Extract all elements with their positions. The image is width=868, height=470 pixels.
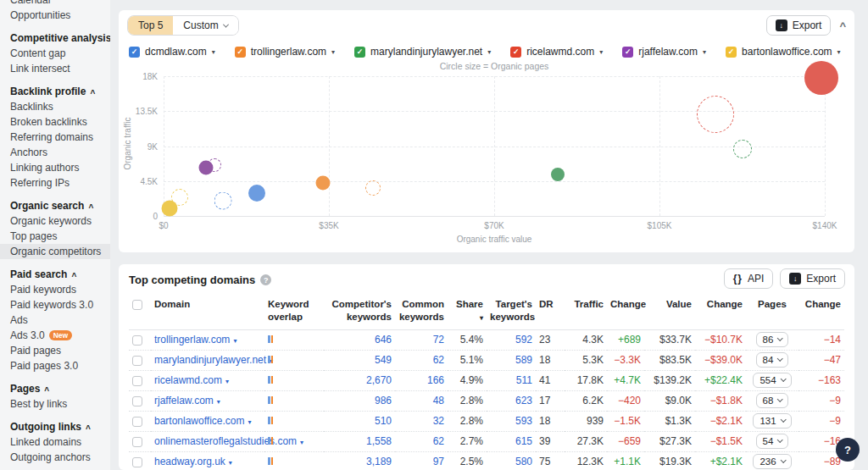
pages-dropdown[interactable]: 68 [756, 393, 789, 408]
top5-toggle-button[interactable]: Top 5 [128, 16, 173, 35]
domain-filter-bartonlawoffice-com[interactable]: ✓bartonlawoffice.com▾ [726, 46, 841, 58]
domain-link[interactable]: bartonlawoffice.com [154, 415, 245, 427]
bubble-trollingerlaw-com-solid[interactable] [315, 175, 330, 190]
pages-dropdown[interactable]: 554 [753, 373, 791, 388]
targets_keywords-link[interactable]: 589 [515, 354, 532, 366]
common_keywords-link[interactable]: 166 [427, 374, 444, 386]
competitors_keywords-link[interactable]: 510 [375, 415, 392, 427]
sidebar-item-content-gap[interactable]: Content gap [0, 46, 110, 61]
sidebar-section-pages[interactable]: Pages^ [0, 381, 110, 396]
competitors_keywords-link[interactable]: 986 [375, 395, 392, 406]
common_keywords-link[interactable]: 48 [433, 395, 444, 406]
select-all-checkbox[interactable] [132, 300, 142, 310]
competitors_keywords-link[interactable]: 549 [375, 354, 392, 366]
sidebar-section-backlink-profile[interactable]: Backlink profile^ [0, 84, 110, 99]
sidebar-section-competitive-analysis[interactable]: Competitive analysis^ [0, 30, 110, 46]
checkbox-checked-icon[interactable]: ✓ [129, 47, 140, 58]
column-header-change[interactable]: Change [695, 293, 746, 329]
sidebar-item-organic-competitors[interactable]: Organic competitors [0, 244, 110, 259]
sidebar-item-outgoing-anchors[interactable]: Outgoing anchors [0, 450, 110, 465]
bubble-trollingerlaw-com-dashed[interactable] [365, 180, 381, 196]
column-header-value[interactable]: Value [644, 293, 695, 329]
column-header-keyword-overlap[interactable]: Keyword overlap [264, 293, 324, 329]
targets_keywords-link[interactable]: 615 [515, 435, 532, 447]
competitors_keywords-link[interactable]: 1,558 [366, 435, 392, 447]
competitors_keywords-link[interactable]: 646 [375, 334, 392, 346]
row-checkbox[interactable] [132, 356, 142, 366]
row-checkbox[interactable] [132, 335, 142, 346]
row-checkbox[interactable] [132, 396, 142, 406]
bubble-marylandinjurylawyer-net-solid[interactable] [551, 168, 565, 181]
row-checkbox[interactable] [132, 457, 142, 467]
row-checkbox[interactable] [132, 437, 142, 447]
domain-filter-rjaffelaw-com[interactable]: ✓rjaffelaw.com▾ [622, 46, 706, 58]
column-header-traffic[interactable]: Traffic [565, 293, 607, 329]
pages-dropdown[interactable]: 86 [756, 332, 789, 347]
domain-link[interactable]: ricelawmd.com [154, 374, 222, 386]
chevron-down-icon[interactable]: ▾ [248, 418, 252, 426]
bubble-ricelawmd-com-dashed[interactable] [697, 96, 734, 133]
sidebar-item-best-by-links[interactable]: Best by links [0, 396, 110, 412]
targets_keywords-link[interactable]: 593 [515, 415, 532, 427]
checkbox-checked-icon[interactable]: ✓ [510, 47, 521, 58]
competitors_keywords-link[interactable]: 2,670 [366, 374, 392, 386]
targets_keywords-link[interactable]: 511 [516, 374, 532, 386]
column-header-change[interactable]: Change [607, 293, 644, 329]
chevron-down-icon[interactable]: ▾ [300, 439, 303, 446]
pages-dropdown[interactable]: 131 [753, 413, 791, 429]
chart-export-button[interactable]: ↓ Export [766, 15, 832, 36]
sidebar-item-paid-pages[interactable]: Paid pages [0, 343, 110, 358]
column-header-domain[interactable]: Domain [151, 293, 264, 329]
domain-link[interactable]: headway.org.uk [154, 456, 225, 467]
sidebar-section-organic-search[interactable]: Organic search^ [0, 198, 110, 213]
sidebar-item-referring-ips[interactable]: Referring IPs [0, 175, 110, 191]
domain-link[interactable]: trollingerlaw.com [154, 334, 230, 346]
domain-link[interactable]: marylandinjurylawyer.net [154, 354, 266, 366]
chevron-down-icon[interactable]: ▾ [229, 459, 232, 467]
domain-link[interactable]: rjaffelaw.com [154, 395, 214, 406]
column-header-pages[interactable]: Pages [746, 293, 798, 329]
pages-dropdown[interactable]: 84 [756, 352, 789, 368]
sidebar-section-outgoing-links[interactable]: Outgoing links^ [0, 419, 110, 434]
sidebar-section-paid-search[interactable]: Paid search^ [0, 267, 110, 282]
chevron-down-icon[interactable]: ▾ [703, 48, 706, 56]
sidebar-item-referring-domains[interactable]: Referring domains [0, 130, 110, 145]
row-checkbox[interactable] [132, 376, 142, 386]
sidebar-item-linked-domains[interactable]: Linked domains [0, 434, 110, 450]
chevron-down-icon[interactable]: ▾ [212, 48, 215, 56]
bubble-marylandinjurylawyer-net-dashed[interactable] [733, 140, 752, 158]
common_keywords-link[interactable]: 62 [433, 354, 444, 366]
checkbox-checked-icon[interactable]: ✓ [622, 47, 633, 58]
chevron-down-icon[interactable]: ▾ [837, 48, 841, 56]
domain-filter-trollingerlaw-com[interactable]: ✓trollingerlaw.com▾ [235, 46, 335, 58]
sidebar-item-calendar[interactable]: Calendar [0, 0, 110, 8]
bubble-dcmdlaw-com-solid[interactable] [248, 185, 265, 202]
bubble-rjaffelaw-com-solid[interactable] [199, 161, 214, 175]
column-header-change[interactable]: Change [798, 293, 844, 329]
api-button[interactable]: {} API [724, 268, 774, 289]
sidebar-item-link-intersect[interactable]: Link intersect [0, 61, 110, 76]
targets_keywords-link[interactable]: 592 [515, 334, 532, 346]
chevron-down-icon[interactable]: ▾ [217, 398, 220, 406]
sidebar-item-ads[interactable]: Ads [0, 312, 110, 328]
chevron-down-icon[interactable]: ▾ [487, 48, 491, 56]
column-header-target-s-keywords[interactable]: Target's keywords [487, 293, 536, 329]
help-icon[interactable]: ? [260, 274, 271, 285]
chevron-down-icon[interactable]: ▾ [599, 48, 603, 56]
help-button[interactable]: ? [836, 438, 860, 462]
chevron-down-icon[interactable]: ▾ [233, 337, 236, 345]
sidebar-item-top-pages[interactable]: Top pages [0, 229, 110, 244]
custom-toggle-button[interactable]: Custom [173, 16, 237, 35]
domain-link[interactable]: onlinemasteroflegalstudies.com [154, 435, 297, 447]
sidebar-item-anchors[interactable]: Anchors [0, 145, 110, 160]
common_keywords-link[interactable]: 62 [433, 435, 444, 447]
competitors_keywords-link[interactable]: 3,189 [366, 456, 392, 467]
sidebar-item-paid-pages-3-0[interactable]: Paid pages 3.0 [0, 358, 110, 373]
targets_keywords-link[interactable]: 623 [515, 395, 532, 406]
pages-dropdown[interactable]: 54 [756, 434, 789, 449]
column-header-common-keywords[interactable]: Common keywords [395, 293, 448, 329]
sidebar-item-backlinks[interactable]: Backlinks [0, 99, 110, 114]
chevron-down-icon[interactable]: ▾ [331, 48, 335, 56]
sidebar-item-paid-keywords-3-0[interactable]: Paid keywords 3.0 [0, 297, 110, 312]
column-header-dr[interactable]: DR [536, 293, 565, 329]
